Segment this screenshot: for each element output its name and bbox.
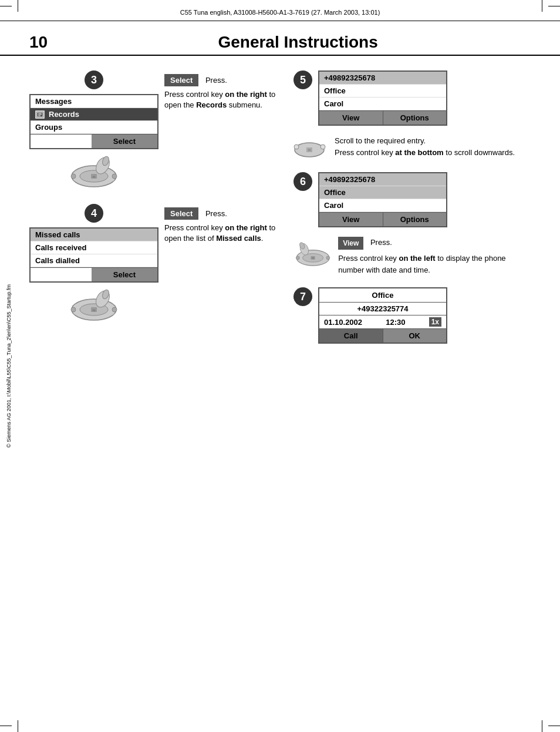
step5-screen: +49892325678 Office Carol View Options bbox=[318, 70, 447, 126]
step6-screen: +49892325678 Office Carol View Options bbox=[318, 172, 447, 227]
step5-desc2: Press control key at the bottom to scrol… bbox=[335, 147, 515, 159]
step7-screen: Office +49322325774 01.10.2002 12:30 1x … bbox=[318, 287, 447, 344]
step5-section: 5 +49892325678 Office Carol View Options bbox=[294, 70, 531, 160]
step6-view-btn[interactable]: View bbox=[319, 213, 383, 226]
step4-screen-buttons: Select bbox=[31, 267, 157, 281]
step4-missed: Missed calls bbox=[31, 229, 157, 241]
step6-circle: 6 bbox=[294, 172, 312, 191]
svg-text:m: m bbox=[308, 148, 311, 152]
step3-messages: Messages bbox=[31, 95, 157, 108]
step7-date: 01.10.2002 bbox=[324, 318, 362, 327]
svg-point-31 bbox=[326, 256, 330, 260]
records-icon bbox=[35, 110, 46, 119]
step7-section: 7 Office +49322325774 01.10.2002 12:30 1… bbox=[294, 287, 531, 348]
page-title-area: 10 General Instructions bbox=[0, 21, 560, 56]
step3-desc2: Press control key on the right to open t… bbox=[164, 89, 282, 110]
step7-call-btn[interactable]: Call bbox=[319, 329, 383, 343]
step4-navpad: m bbox=[68, 287, 120, 323]
step7-time: 12:30 bbox=[386, 318, 405, 327]
page-title: General Instructions bbox=[65, 33, 531, 52]
step3-records: Records bbox=[31, 108, 157, 121]
step3-circle: 3 bbox=[85, 70, 103, 89]
step3-header-row: 3 Messages bbox=[29, 70, 282, 189]
step3-section: 3 Messages bbox=[29, 70, 282, 189]
step5-carol: Carol bbox=[319, 98, 446, 110]
svg-point-22 bbox=[294, 145, 299, 149]
step7-count: 1x bbox=[429, 317, 441, 327]
step4-dialled: Calls dialled bbox=[31, 254, 157, 267]
step7-title: Office bbox=[319, 288, 446, 303]
doc-header: C55 Tuna english, A31008-H5600-A1-3-7619… bbox=[0, 0, 560, 21]
step4-section: 4 Missed calls Calls received Calls dial… bbox=[29, 204, 282, 323]
step6-screen-buttons: View Options bbox=[319, 212, 446, 226]
header-meta: C55 Tuna english, A31008-H5600-A1-3-7619… bbox=[29, 9, 531, 16]
step4-desc2: Press control key on the right to open t… bbox=[164, 223, 282, 244]
step5-scroll-icon: m bbox=[294, 135, 326, 159]
step6-nav-area: m View Press. Press control key on the l… bbox=[294, 237, 531, 276]
step6-number: +49892325678 bbox=[319, 173, 446, 186]
svg-text:m: m bbox=[93, 308, 96, 312]
step3-screen-buttons: Select bbox=[31, 134, 157, 148]
step7-header: 7 Office +49322325774 01.10.2002 12:30 1… bbox=[294, 287, 531, 348]
step5-circle: 5 bbox=[294, 70, 312, 89]
svg-point-30 bbox=[296, 256, 299, 260]
sidebar-text-area: © Siemens AG 2001, I:\Mobil\L55\C55_Tuna… bbox=[0, 117, 18, 615]
step6-header: 6 +49892325678 Office Carol View Options bbox=[294, 172, 531, 232]
step6-carol: Carol bbox=[319, 199, 446, 212]
step5-options-btn[interactable]: Options bbox=[383, 111, 447, 125]
step4-screen: Missed calls Calls received Calls dialle… bbox=[29, 227, 158, 283]
svg-point-9 bbox=[71, 174, 76, 179]
step3-description: Select Press. Press control key on the r… bbox=[164, 74, 282, 113]
step3-select-btn[interactable]: Select bbox=[92, 135, 157, 148]
svg-point-23 bbox=[321, 145, 325, 149]
svg-point-18 bbox=[112, 307, 117, 312]
step6-press: Press. bbox=[370, 238, 392, 247]
step6-desc2: Press control key on the left to display… bbox=[338, 253, 531, 276]
step4-description: Select Press. Press control key on the r… bbox=[164, 207, 282, 246]
svg-point-17 bbox=[71, 307, 76, 312]
step4-select-btn[interactable]: Select bbox=[92, 268, 157, 281]
left-column: 3 Messages bbox=[29, 70, 282, 360]
step5-office: Office bbox=[319, 85, 446, 98]
step6-description: View Press. Press control key on the lef… bbox=[338, 237, 531, 276]
main-content: 3 Messages bbox=[0, 59, 560, 372]
svg-text:m: m bbox=[312, 257, 314, 260]
step5-description: Scroll to the required entry. Press cont… bbox=[335, 135, 515, 158]
page-number: 10 bbox=[29, 33, 48, 52]
step4-header-row: 4 Missed calls Calls received Calls dial… bbox=[29, 204, 282, 323]
step5-screen-buttons: View Options bbox=[319, 110, 446, 125]
step5-desc1: Scroll to the required entry. bbox=[335, 135, 515, 147]
step6-options-btn[interactable]: Options bbox=[383, 213, 447, 226]
right-column: 5 +49892325678 Office Carol View Options bbox=[282, 70, 531, 360]
step7-screen-buttons: Call OK bbox=[319, 329, 446, 343]
step3-records-label: Records bbox=[49, 110, 79, 119]
step4-press: Press. bbox=[205, 209, 227, 218]
step5-nav-area: m Scroll to the required entry. Press co… bbox=[294, 135, 531, 160]
step3-navpad: m bbox=[68, 154, 120, 189]
svg-point-10 bbox=[112, 174, 117, 179]
step7-number: +49322325774 bbox=[319, 303, 446, 315]
step6-navpad: m bbox=[294, 237, 332, 272]
step3-select-badge: Select bbox=[164, 74, 198, 86]
step3-groups: Groups bbox=[31, 121, 157, 134]
step4-circle: 4 bbox=[85, 204, 103, 223]
step4-received: Calls received bbox=[31, 241, 157, 254]
step5-view-btn[interactable]: View bbox=[319, 111, 383, 125]
step7-date-row: 01.10.2002 12:30 1x bbox=[319, 315, 446, 329]
step5-number: +49892325678 bbox=[319, 72, 446, 85]
step7-ok-btn[interactable]: OK bbox=[383, 329, 447, 343]
step5-header: 5 +49892325678 Office Carol View Options bbox=[294, 70, 531, 130]
step6-office: Office bbox=[319, 186, 446, 199]
step3-screen: Messages Records G bbox=[29, 94, 158, 149]
step3-press: Press. bbox=[205, 76, 227, 85]
sidebar-text: © Siemens AG 2001, I:\Mobil\L55\C55_Tuna… bbox=[6, 284, 12, 448]
step6-view-badge: View bbox=[338, 237, 363, 250]
step5-scroll-nav: m bbox=[294, 135, 326, 160]
svg-text:m: m bbox=[93, 175, 96, 179]
step6-section: 6 +49892325678 Office Carol View Options bbox=[294, 172, 531, 276]
step4-select-badge: Select bbox=[164, 207, 198, 220]
step7-circle: 7 bbox=[294, 287, 312, 306]
